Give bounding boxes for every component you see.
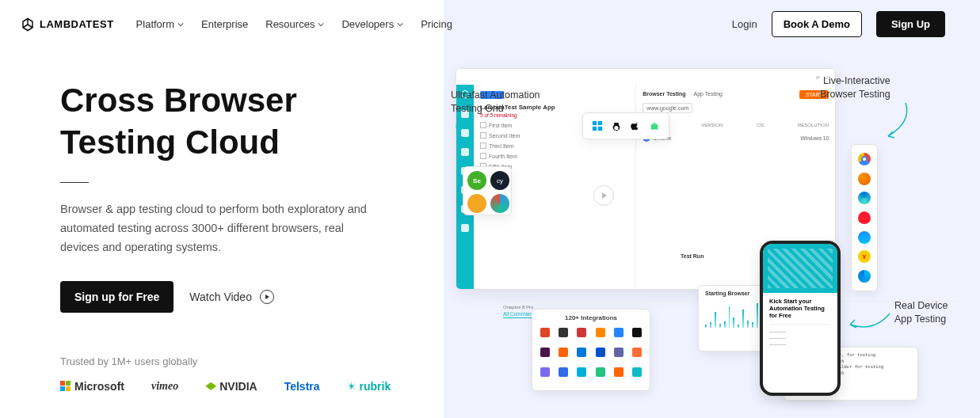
integration-icon — [577, 367, 586, 377]
integration-icon — [596, 367, 605, 377]
phone-row: ───── — [769, 342, 831, 347]
integration-icon — [614, 348, 623, 357]
integration-icon — [559, 328, 568, 337]
svg-rect-2 — [593, 127, 597, 131]
svg-point-9 — [653, 123, 654, 124]
callout-automation: Ultrafast Automation Testing Grid — [451, 89, 540, 116]
svg-point-7 — [616, 123, 620, 126]
hero-cta-row: Sign up for Free Watch Video — [60, 281, 412, 313]
signup-free-button[interactable]: Sign up for Free — [60, 281, 174, 313]
brand-name: LAMBDATEST — [40, 18, 114, 30]
ie-icon — [858, 270, 871, 283]
logo-microsoft: Microsoft — [60, 380, 124, 393]
phone-hero-image — [763, 244, 837, 293]
nav-enterprise[interactable]: Enterprise — [201, 18, 248, 30]
tool-icon — [490, 194, 509, 213]
firefox-icon — [858, 173, 871, 185]
watch-video-label: Watch Video — [189, 291, 252, 303]
svg-rect-3 — [598, 127, 602, 131]
chart-bar — [729, 306, 730, 328]
chrome-icon — [858, 153, 871, 165]
signup-button[interactable]: Sign Up — [876, 11, 945, 37]
android-icon — [649, 120, 660, 131]
chart-bar — [719, 324, 721, 328]
chart-bar — [738, 325, 739, 328]
integration-icon — [540, 328, 550, 337]
chart-bar — [752, 322, 753, 328]
integration-icon — [559, 367, 568, 377]
customer-logos-row: Microsoft vimeo NVIDIA Telstra rubrik — [60, 380, 412, 393]
hero-title-line2: Testing Cloud — [60, 124, 280, 161]
integration-icon — [614, 367, 623, 377]
chart-bar — [757, 303, 758, 328]
chevron-down-icon — [318, 21, 324, 28]
nav-resources[interactable]: Resources — [265, 18, 324, 30]
list-item: Fourth Item — [480, 153, 629, 159]
nav-platform-label: Platform — [136, 18, 174, 30]
yandex-icon — [858, 250, 871, 263]
nav-platform[interactable]: Platform — [136, 18, 184, 30]
svg-rect-8 — [651, 124, 658, 129]
integration-icon — [540, 348, 550, 357]
hero-title: Cross Browser Testing Cloud — [60, 80, 412, 163]
integration-icon — [632, 328, 642, 337]
logo-rubrik: rubrik — [347, 380, 391, 393]
chart-bar — [715, 312, 716, 328]
callout-live-line1: Live-Interactive — [823, 75, 890, 86]
integration-icon — [632, 367, 642, 377]
login-link[interactable]: Login — [732, 18, 757, 30]
windows-label: Windows 10 — [801, 135, 829, 141]
opera-icon — [858, 211, 871, 224]
play-icon — [593, 185, 614, 206]
lambdatest-icon — [21, 17, 35, 32]
svg-rect-0 — [593, 121, 597, 125]
integration-icon — [577, 328, 586, 337]
integration-icon — [559, 348, 568, 357]
chart-bar — [747, 321, 749, 328]
chevron-down-icon — [397, 21, 403, 28]
safari-icon — [858, 231, 871, 244]
chart-bar — [710, 322, 711, 328]
integrations-title: 120+ Integrations — [537, 314, 645, 321]
nav-developers-label: Developers — [341, 18, 394, 30]
test-run-label: Test Run — [681, 253, 704, 259]
integration-icon — [614, 328, 623, 337]
list-item: Third Item — [480, 142, 629, 149]
integration-icon — [632, 348, 642, 357]
col-resolution: RESOLUTION — [798, 123, 829, 127]
sidebar-icon — [461, 148, 469, 156]
svg-rect-1 — [598, 121, 602, 125]
selenium-icon — [467, 171, 486, 190]
chart-bar — [705, 325, 707, 329]
nav-enterprise-label: Enterprise — [201, 18, 248, 30]
nav-developers[interactable]: Developers — [341, 18, 403, 30]
logo-nvidia: NVIDIA — [205, 380, 257, 393]
integration-icon — [596, 348, 605, 357]
nav-pricing[interactable]: Pricing — [421, 18, 452, 30]
watch-video-button[interactable]: Watch Video — [189, 290, 274, 304]
hero-illustration: Ultrafast Automation Testing Grid Live-I… — [456, 68, 963, 408]
svg-point-5 — [614, 126, 618, 130]
phone-row: ───── — [769, 336, 831, 340]
integrations-card: 120+ Integrations — [532, 309, 650, 391]
book-demo-button[interactable]: Book A Demo — [772, 11, 862, 37]
arrow-icon — [449, 117, 481, 149]
windows-icon — [592, 120, 603, 131]
rubrik-label: rubrik — [360, 380, 391, 393]
primary-nav: Platform Enterprise Resources Developers… — [136, 18, 452, 30]
hero-description: Browser & app testing cloud to perform b… — [60, 200, 377, 257]
linux-icon — [611, 120, 622, 131]
brand-logo[interactable]: LAMBDATEST — [21, 17, 114, 32]
phone-row: ───── — [769, 329, 831, 334]
chevron-down-icon — [177, 21, 184, 28]
col-os: OS — [757, 123, 764, 127]
phone-mockup: Kick Start your Automation Testing for F… — [760, 241, 841, 396]
tool-icon — [467, 194, 486, 213]
apple-icon — [630, 120, 641, 131]
integration-icon — [540, 367, 550, 377]
callout-automation-line1: Ultrafast Automation — [451, 89, 540, 101]
svg-point-10 — [655, 123, 656, 124]
window-toolbar: ⟳⤢ — [456, 69, 835, 85]
callout-live-line2: Browser Testing — [820, 89, 890, 100]
arrow-icon — [882, 101, 913, 141]
